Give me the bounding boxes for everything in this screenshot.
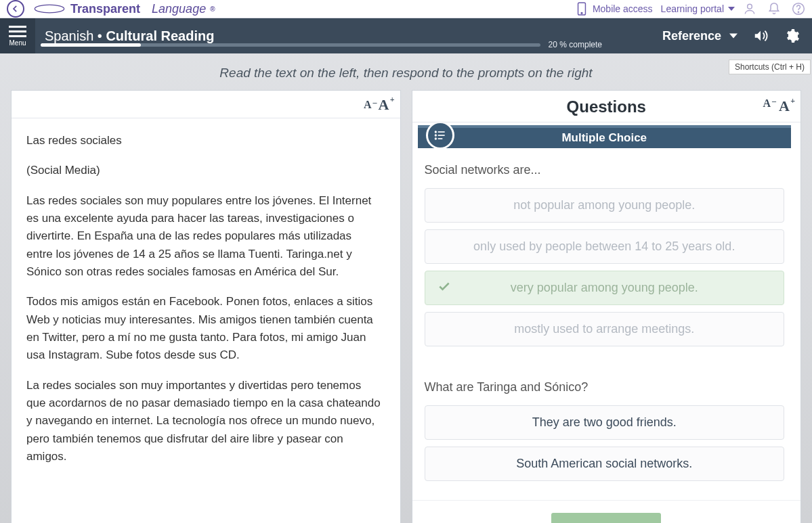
bell-icon[interactable] — [767, 2, 781, 16]
reference-label: Reference — [662, 29, 721, 43]
svg-point-3 — [748, 4, 752, 9]
settings-icon[interactable] — [784, 28, 800, 44]
question-2-answer-1[interactable]: They are two good friends. — [425, 405, 785, 440]
instruction-text: Read the text on the left, then respond … — [0, 53, 812, 90]
questions-header: Questions A A — [412, 91, 801, 122]
back-button[interactable] — [7, 0, 24, 18]
progress-fill — [41, 43, 141, 47]
question-1-answer-4[interactable]: mostly used to arrange meetings. — [425, 312, 785, 346]
mobile-access-label: Mobile access — [593, 3, 653, 14]
question-2-prompt: What are Taringa and Sónico? — [425, 380, 785, 394]
questions-panel: Questions A A Multiple Choice Social net… — [412, 90, 802, 523]
logo-word-2: Language — [152, 2, 206, 16]
reading-p1: Las redes sociales — [26, 132, 381, 150]
font-increase-button[interactable]: A — [379, 96, 389, 114]
questions-font-decrease-button[interactable]: A — [763, 97, 771, 115]
questions-font-increase-button[interactable]: A — [779, 97, 790, 115]
list-icon — [426, 122, 454, 150]
help-icon[interactable] — [792, 2, 805, 16]
svg-point-9 — [435, 131, 436, 133]
logo[interactable]: Transparent Language ® — [33, 2, 215, 16]
reading-p2: (Social Media) — [26, 162, 381, 179]
profile-icon[interactable] — [743, 2, 756, 16]
svg-point-10 — [435, 135, 436, 136]
logo-word-1: Transparent — [70, 2, 140, 16]
check-icon — [437, 279, 451, 296]
reading-p3: Las redes sociales son muy populares ent… — [26, 192, 381, 281]
chevron-down-icon — [728, 7, 735, 11]
learning-portal-label: Learning portal — [661, 3, 724, 14]
question-2: What are Taringa and Sónico? They are tw… — [412, 365, 797, 500]
question-2-answer-2[interactable]: South American social networks. — [425, 447, 785, 481]
question-1-prompt: Social networks are... — [425, 163, 785, 177]
logo-registered: ® — [210, 5, 215, 13]
reading-scroll[interactable]: Las redes sociales (Social Media) Las re… — [12, 118, 400, 523]
questions-scroll[interactable]: Multiple Choice Social networks are... n… — [412, 122, 801, 500]
mobile-icon — [575, 2, 589, 16]
svg-point-5 — [798, 12, 798, 12]
reading-font-controls: A A — [12, 91, 400, 118]
menu-button[interactable]: Menu — [0, 18, 35, 53]
question-1-answer-3[interactable]: very popular among young people. — [425, 271, 785, 305]
reading-panel: A A Las redes sociales (Social Media) La… — [11, 90, 401, 523]
svg-point-0 — [35, 5, 64, 13]
font-decrease-button[interactable]: A — [364, 99, 372, 111]
question-1: Social networks are... not popular among… — [412, 148, 797, 365]
svg-point-11 — [435, 138, 436, 139]
reference-dropdown[interactable]: Reference — [662, 29, 738, 43]
learning-portal-dropdown[interactable]: Learning portal — [661, 3, 735, 14]
hamburger-icon — [9, 26, 26, 37]
arrow-left-icon — [11, 4, 20, 14]
done-row: DONE — [412, 500, 801, 523]
audio-icon[interactable] — [752, 28, 769, 43]
question-1-answer-2[interactable]: only used by people between 14 to 25 yea… — [425, 229, 785, 264]
progress-text: 20 % complete — [549, 40, 602, 49]
multiple-choice-header: Multiple Choice — [418, 125, 792, 148]
topbar: Transparent Language ® Mobile access Lea… — [0, 0, 812, 18]
logo-swoosh-icon — [33, 3, 66, 15]
navbar: Menu Spanish • Cultural Reading 20 % com… — [0, 18, 812, 53]
chevron-down-icon — [729, 33, 738, 39]
section-label: Multiple Choice — [561, 131, 647, 145]
mobile-access-link[interactable]: Mobile access — [575, 2, 653, 16]
reading-p5: La redes sociales son muy importantes y … — [26, 377, 381, 466]
svg-point-2 — [581, 12, 582, 14]
reading-p4: Todos mis amigos están en Facebook. Pone… — [26, 293, 381, 364]
progress-track — [41, 43, 540, 47]
done-button[interactable]: DONE — [551, 513, 661, 523]
main-area: Read the text on the left, then respond … — [0, 53, 812, 523]
shortcuts-tooltip: Shortcuts (Ctrl + H) — [729, 60, 811, 74]
questions-title: Questions — [567, 97, 646, 116]
menu-label: Menu — [9, 39, 26, 47]
progress-bar: 20 % complete — [41, 40, 602, 49]
question-1-answer-1[interactable]: not popular among young people. — [425, 188, 785, 223]
